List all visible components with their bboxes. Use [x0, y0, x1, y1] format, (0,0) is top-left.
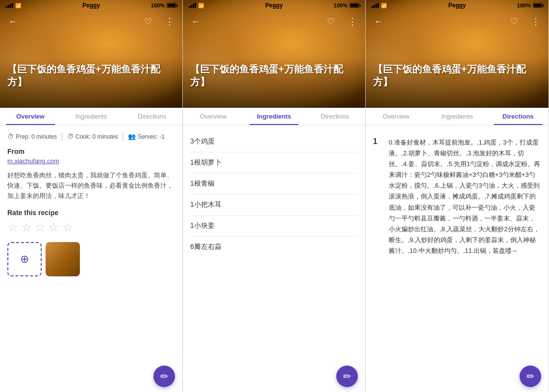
more-button-2[interactable]: ⋮ — [346, 15, 359, 28]
back-button-1[interactable]: ← — [6, 15, 20, 28]
ingredient-list: 3个鸡蛋 1根胡萝卜 1根青椒 1小把木耳 1小块姜 6瓣左右蒜 — [190, 131, 358, 257]
ingredient-3: 1小把木耳 — [190, 195, 358, 216]
star-4[interactable]: ☆ — [49, 220, 59, 234]
signal-area-2: 📶 — [189, 3, 204, 8]
edit-fab-1[interactable]: ✏ — [153, 366, 175, 387]
content-ingredients: 3个鸡蛋 1根胡萝卜 1根青椒 1小把木耳 1小块姜 6瓣左右蒜 — [183, 125, 365, 392]
tab-directions-1[interactable]: Directions — [122, 108, 182, 125]
battery-area-3: 100% — [517, 2, 543, 8]
signal-area-3: 📶 — [372, 3, 387, 8]
hero-overlay-3: 【巨下饭的鱼香鸡蛋+万能鱼香汁配方】 — [366, 58, 549, 108]
ingredient-4: 1小块姜 — [190, 216, 358, 237]
battery-percent-2: 100% — [334, 2, 348, 8]
tab-overview-3[interactable]: Overview — [366, 108, 426, 125]
cook-time: ⏱ Cook: 0 minutes — [67, 133, 118, 140]
more-button-1[interactable]: ⋮ — [163, 15, 176, 28]
photos-row: ⊕ — [7, 242, 175, 276]
star-rating: ☆ ☆ ☆ ☆ ☆ — [7, 220, 175, 234]
edit-fab-2[interactable]: ✏ — [336, 366, 358, 387]
battery-icon-2 — [349, 3, 359, 8]
hero-nav-3: ← ♡ ⋮ — [366, 15, 549, 28]
username-2: Peggy — [265, 2, 283, 9]
battery-area-1: 100% — [151, 2, 176, 8]
battery-percent-1: 100% — [151, 2, 165, 8]
clock-icon-1: ⏱ — [7, 133, 14, 140]
hero-nav-1: ← ♡ ⋮ — [0, 15, 182, 28]
from-link[interactable]: m.xiachufang.com — [7, 157, 175, 165]
battery-percent-3: 100% — [517, 2, 531, 8]
hero-image-2: ← ♡ ⋮ 【巨下饭的鱼香鸡蛋+万能鱼香汁配方】 — [183, 0, 365, 108]
content-overview: ⏱ Prep: 0 minutes | ⏱ Cook: 0 minutes | … — [0, 125, 182, 392]
hero-image-1: ← ♡ ⋮ 【巨下饭的鱼香鸡蛋+万能鱼香汁配方】 — [0, 0, 182, 108]
tab-overview-1[interactable]: Overview — [0, 108, 61, 125]
tab-bar-3: Overview Ingredients Directions — [366, 108, 549, 125]
camera-icon: ⊕ — [20, 253, 29, 266]
wifi-icon: 📶 — [15, 3, 21, 8]
phone-ingredients: 📶 Peggy 100% ← ♡ ⋮ 【巨下饭的鱼香鸡蛋+万能鱼香汁配方】 Ov… — [183, 0, 366, 392]
battery-icon-3 — [533, 3, 543, 8]
favorite-button-2[interactable]: ♡ — [324, 15, 338, 28]
star-1[interactable]: ☆ — [7, 220, 18, 234]
signal-icon-3 — [372, 3, 379, 8]
back-button-3[interactable]: ← — [372, 15, 385, 28]
direction-num-1: 1 — [373, 137, 383, 256]
clock-icon-2: ⏱ — [67, 133, 74, 140]
signal-area: 📶 — [6, 3, 21, 8]
hero-title-3: 【巨下饭的鱼香鸡蛋+万能鱼香汁配方】 — [373, 63, 541, 88]
from-label: From — [7, 147, 175, 155]
more-button-3[interactable]: ⋮ — [529, 15, 543, 28]
signal-icon — [6, 3, 13, 8]
back-button-2[interactable]: ← — [189, 15, 202, 28]
hero-nav-2: ← ♡ ⋮ — [183, 15, 365, 28]
phone-directions: 📶 Peggy 100% ← ♡ ⋮ 【巨下饭的鱼香鸡蛋+万能鱼香汁配方】 Ov… — [366, 0, 549, 392]
tab-ingredients-1[interactable]: Ingredients — [61, 108, 122, 125]
pencil-icon-3: ✏ — [526, 370, 535, 382]
wifi-icon-3: 📶 — [381, 3, 387, 8]
meta-row: ⏱ Prep: 0 minutes | ⏱ Cook: 0 minutes | … — [7, 131, 175, 142]
favorite-button-3[interactable]: ♡ — [507, 15, 521, 28]
ingredient-2: 1根青椒 — [190, 173, 358, 195]
tab-directions-3[interactable]: Directions — [488, 108, 549, 125]
serves: 👥 Serves: -1 — [128, 133, 165, 140]
signal-icon-2 — [189, 3, 196, 8]
direction-text-1: 0.准备好食材，木耳提前泡发。,1.鸡蛋，3个，打成蛋液。,2.胡萝卜、青椒切丝… — [389, 137, 541, 256]
tab-directions-2[interactable]: Directions — [304, 108, 365, 125]
description: 好想吃鱼香肉丝，猪肉太贵，我就做了个鱼香鸡蛋。简单、快速、下饭。要饭店一样的鱼香… — [7, 171, 175, 201]
hero-overlay-1: 【巨下饭的鱼香鸡蛋+万能鱼香汁配方】 — [0, 58, 182, 108]
hero-title-1: 【巨下饭的鱼香鸡蛋+万能鱼香汁配方】 — [7, 63, 175, 88]
ingredient-1: 1根胡萝卜 — [190, 152, 358, 173]
ingredient-0: 3个鸡蛋 — [190, 131, 358, 152]
star-5[interactable]: ☆ — [62, 220, 73, 234]
hero-overlay-2: 【巨下饭的鱼香鸡蛋+万能鱼香汁配方】 — [183, 58, 365, 108]
wifi-icon-2: 📶 — [198, 3, 204, 8]
serves-label: Serves: -1 — [138, 133, 165, 140]
ingredient-5: 6瓣左右蒜 — [190, 237, 358, 257]
prep-time: ⏱ Prep: 0 minutes — [7, 133, 57, 140]
status-bar-1: 📶 Peggy 100% — [0, 0, 182, 11]
favorite-button-1[interactable]: ♡ — [141, 15, 155, 28]
username-1: Peggy — [82, 2, 100, 9]
status-bar-3: 📶 Peggy 100% — [366, 0, 549, 11]
content-directions: 1 0.准备好食材，木耳提前泡发。,1.鸡蛋，3个，打成蛋液。,2.胡萝卜、青椒… — [366, 125, 549, 392]
tab-bar-2: Overview Ingredients Directions — [183, 108, 365, 125]
battery-icon-1 — [167, 3, 176, 8]
phone-overview: 📶 Peggy 100% ← ♡ ⋮ 【巨下饭的鱼香鸡蛋+万能鱼香汁配方】 Ov… — [0, 0, 183, 392]
star-3[interactable]: ☆ — [35, 220, 46, 234]
username-3: Peggy — [448, 2, 466, 9]
tab-ingredients-3[interactable]: Ingredients — [426, 108, 487, 125]
star-2[interactable]: ☆ — [21, 220, 32, 234]
divider-2: | — [122, 131, 124, 142]
add-photo-button[interactable]: ⊕ — [7, 242, 42, 276]
prep-label: Prep: 0 minutes — [16, 133, 57, 140]
tab-ingredients-2[interactable]: Ingredients — [244, 108, 304, 125]
person-icon: 👥 — [128, 133, 136, 140]
tab-overview-2[interactable]: Overview — [183, 108, 244, 125]
pencil-icon-1: ✏ — [160, 370, 169, 382]
photo-thumbnail[interactable] — [46, 242, 80, 276]
direction-1: 1 0.准备好食材，木耳提前泡发。,1.鸡蛋，3个，打成蛋液。,2.胡萝卜、青椒… — [373, 131, 541, 262]
pencil-icon-2: ✏ — [343, 370, 351, 382]
edit-fab-3[interactable]: ✏ — [520, 366, 541, 387]
divider-1: | — [61, 131, 63, 142]
rate-label: Rate this recipe — [7, 209, 175, 217]
hero-image-3: ← ♡ ⋮ 【巨下饭的鱼香鸡蛋+万能鱼香汁配方】 — [366, 0, 549, 108]
